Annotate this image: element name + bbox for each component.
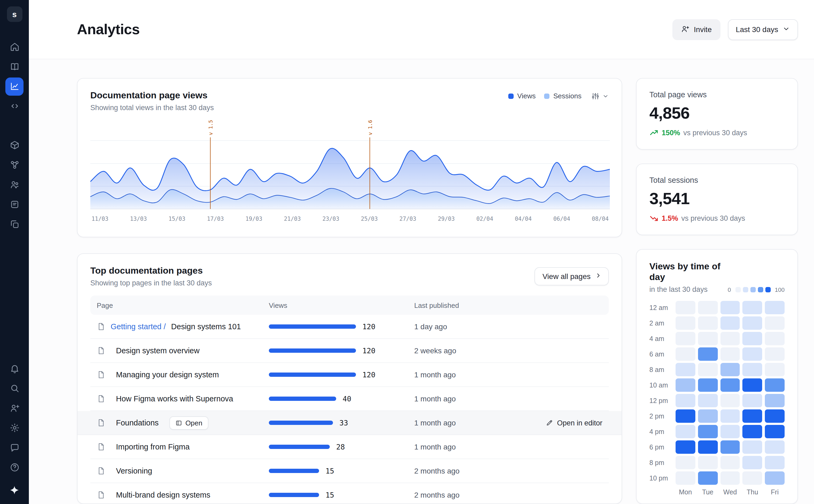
heatmap-cell bbox=[743, 301, 762, 314]
heatmap-cell bbox=[698, 332, 718, 345]
duplicate-icon bbox=[9, 219, 20, 229]
views-bar bbox=[269, 397, 336, 401]
heatmap-row-label: 6 pm bbox=[649, 443, 673, 451]
trend-up-icon bbox=[649, 128, 658, 137]
home-icon bbox=[9, 42, 20, 52]
trend-down-icon bbox=[649, 214, 658, 223]
table-row[interactable]: Importing from Figma281 month ago bbox=[90, 435, 609, 459]
sidebar-item-content[interactable] bbox=[5, 195, 24, 214]
sidebar-item-duplicate[interactable] bbox=[5, 215, 24, 233]
heatmap-legend-swatch bbox=[758, 287, 763, 292]
sidebar-item-invite-user[interactable] bbox=[5, 399, 24, 417]
sidebar-item-search[interactable] bbox=[5, 379, 24, 397]
sliders-icon bbox=[591, 92, 600, 100]
table-row[interactable]: Versioning152 months ago bbox=[90, 459, 609, 483]
heatmap-cell bbox=[720, 409, 740, 423]
views-bar bbox=[269, 421, 333, 425]
heatmap-header: Views by time of day in the last 30 days… bbox=[649, 261, 785, 293]
sidebar-item-bell[interactable] bbox=[5, 359, 24, 378]
heatmap-column-labels: MonTueWedThuFri bbox=[649, 489, 785, 496]
sidebar-item-home[interactable] bbox=[5, 38, 24, 56]
views-count: 120 bbox=[362, 322, 375, 331]
views-bar bbox=[269, 469, 319, 473]
views-bar bbox=[269, 445, 330, 449]
heatmap-col-label: Tue bbox=[698, 489, 718, 496]
table-row[interactable]: Multi-brand design systems152 months ago bbox=[90, 483, 609, 504]
heatmap-cell bbox=[676, 378, 695, 392]
chevron-right-icon bbox=[595, 272, 602, 281]
area-chart: v 1.5v 1.611/0313/0315/0317/0319/0321/03… bbox=[90, 118, 610, 231]
views-by-time-card: Views by time of day in the last 30 days… bbox=[636, 249, 798, 504]
published-date: 1 month ago bbox=[414, 443, 456, 451]
heatmap-cell bbox=[765, 440, 785, 454]
chevron-down-icon bbox=[602, 93, 609, 99]
legend-swatch bbox=[544, 93, 550, 99]
heatmap-cell bbox=[743, 394, 762, 407]
table-row[interactable]: Design system overview1202 weeks ago bbox=[90, 339, 609, 363]
trend-text: vs previous 30 days bbox=[683, 129, 747, 137]
date-range-label: Last 30 days bbox=[736, 25, 778, 34]
sidebar-item-pages[interactable] bbox=[5, 57, 24, 76]
invite-button[interactable]: Invite bbox=[672, 19, 720, 40]
table-row[interactable]: Getting started / Design systems 1011201… bbox=[90, 315, 609, 339]
table-row[interactable]: FoundationsOpen331 month agoOpen in edit… bbox=[77, 411, 622, 435]
sidebar-item-assets[interactable] bbox=[5, 136, 24, 154]
heatmap-legend-swatch bbox=[735, 287, 741, 292]
heatmap-cell bbox=[743, 425, 762, 438]
heatmap-cell bbox=[743, 316, 762, 330]
open-in-editor-button[interactable]: Open in editor bbox=[546, 419, 602, 427]
heatmap-cell bbox=[720, 316, 740, 330]
chart-card-subtitle: Showing total views in the last 30 days bbox=[90, 104, 214, 112]
sidebar: s bbox=[0, 0, 29, 504]
heatmap-legend-swatch bbox=[743, 287, 748, 292]
stat-value: 3,541 bbox=[649, 189, 785, 208]
sidebar-item-settings[interactable] bbox=[5, 419, 24, 437]
stat-label: Total sessions bbox=[649, 176, 785, 184]
view-all-pages-label: View all pages bbox=[542, 272, 591, 281]
document-icon bbox=[97, 418, 105, 427]
sidebar-item-analytics[interactable] bbox=[5, 77, 24, 95]
stat-trend: 1.5% vs previous 30 days bbox=[649, 214, 785, 223]
published-date: 1 day ago bbox=[414, 322, 447, 331]
heatmap-subtitle: in the last 30 days bbox=[649, 285, 728, 293]
heatmap-cell bbox=[698, 440, 718, 454]
sidebar-item-integrations[interactable] bbox=[5, 156, 24, 174]
stat-label: Total page views bbox=[649, 90, 785, 99]
sidebar-item-help[interactable] bbox=[5, 458, 24, 476]
heatmap-col-label: Thu bbox=[743, 489, 762, 496]
heatmap-cell bbox=[765, 471, 785, 485]
heatmap-cell bbox=[720, 425, 740, 438]
table-row[interactable]: How Figma works with Supernova401 month … bbox=[90, 387, 609, 411]
view-all-pages-button[interactable]: View all pages bbox=[534, 267, 609, 285]
heatmap-cell bbox=[743, 456, 762, 469]
legend-item-sessions[interactable]: Sessions bbox=[544, 92, 582, 100]
sidebar-item-code[interactable] bbox=[5, 97, 24, 115]
heatmap-cell bbox=[698, 378, 718, 392]
date-range-dropdown[interactable]: Last 30 days bbox=[728, 19, 798, 40]
heatmap-cell bbox=[765, 332, 785, 345]
legend-item-views[interactable]: Views bbox=[508, 92, 536, 100]
document-icon bbox=[97, 394, 105, 403]
document-icon bbox=[97, 443, 105, 451]
page-link: Design system overview bbox=[116, 346, 200, 355]
page-link: Multi-brand design systems bbox=[116, 491, 210, 499]
svg-text:08/04: 08/04 bbox=[592, 216, 608, 222]
document-icon bbox=[97, 346, 105, 355]
pages-icon bbox=[9, 61, 20, 72]
views-count: 40 bbox=[343, 394, 351, 403]
invite-button-label: Invite bbox=[694, 25, 712, 34]
heatmap-cell bbox=[743, 409, 762, 423]
svg-text:11/03: 11/03 bbox=[91, 216, 108, 222]
chart-filter-button[interactable] bbox=[591, 92, 609, 100]
workspace-logo[interactable]: s bbox=[7, 6, 22, 22]
page-title: Analytics bbox=[77, 21, 140, 38]
sidebar-item-feedback[interactable] bbox=[5, 439, 24, 457]
settings-icon bbox=[9, 423, 20, 433]
chevron-down-icon bbox=[782, 25, 790, 32]
app-window: s Analytics Invite Last 30 days bbox=[0, 0, 814, 504]
views-count: 28 bbox=[336, 443, 345, 451]
sidebar-item-users[interactable] bbox=[5, 176, 24, 194]
table-row[interactable]: Managing your design system1201 month ag… bbox=[90, 363, 609, 387]
svg-text:17/03: 17/03 bbox=[207, 216, 224, 222]
open-button[interactable]: Open bbox=[169, 416, 208, 429]
